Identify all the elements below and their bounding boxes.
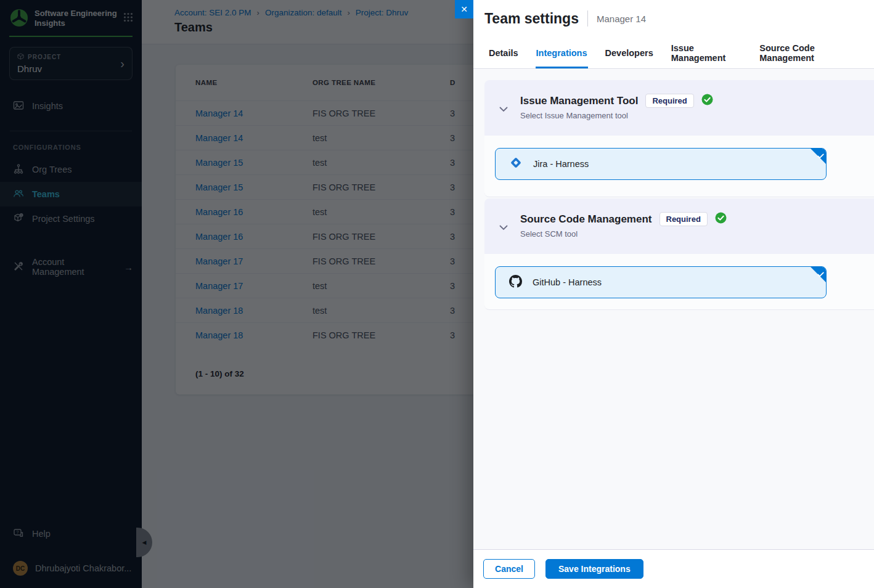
issue-panel-body: Jira - Harness [484,136,874,197]
required-badge: Required [645,94,693,108]
close-button[interactable]: ✕ [455,0,473,18]
scm-panel-subtitle: Select SCM tool [520,229,874,239]
issue-panel-subtitle: Select Issue Management tool [520,111,874,120]
chevron-down-icon[interactable] [499,104,508,115]
tab-issue-management[interactable]: Issue Management [671,37,743,68]
tab-source-code-management[interactable]: Source Code Management [759,37,859,68]
drawer-header: Team settings Manager 14 [473,0,874,37]
jira-integration-card[interactable]: Jira - Harness [495,148,827,180]
required-badge: Required [660,212,708,226]
issue-panel-header[interactable]: Issue Management Tool Required Select Is… [484,80,874,136]
issue-panel-title: Issue Management Tool [520,95,638,107]
title-divider [587,10,588,27]
scm-panel-body: GitHub - Harness [484,254,874,310]
issue-management-panel: Issue Management Tool Required Select Is… [484,80,874,197]
check-circle-icon [701,94,713,108]
tab-integrations[interactable]: Integrations [536,37,588,68]
check-circle-icon [715,212,727,226]
cancel-button[interactable]: Cancel [483,559,535,579]
github-card-label: GitHub - Harness [533,277,602,287]
drawer-title: Team settings [484,10,579,27]
github-integration-card[interactable]: GitHub - Harness [495,266,827,298]
save-integrations-button[interactable]: Save Integrations [545,559,643,579]
drawer-subtitle: Manager 14 [597,14,646,24]
modal-scrim[interactable] [0,0,473,588]
github-icon [509,275,522,290]
selected-check-icon [817,150,824,161]
scm-panel: Source Code Management Required Select S… [484,198,874,310]
drawer-tabbar: Details Integrations Developers Issue Ma… [473,37,874,69]
scm-panel-header[interactable]: Source Code Management Required Select S… [484,198,874,254]
team-settings-drawer: ✕ Team settings Manager 14 Details Integ… [473,0,874,588]
issue-panel-title-row: Issue Management Tool Required [520,94,874,108]
tab-developers[interactable]: Developers [605,37,654,68]
chevron-down-icon[interactable] [499,222,508,233]
jira-card-label: Jira - Harness [533,159,589,169]
tab-details[interactable]: Details [488,37,519,68]
selected-check-icon [817,269,824,280]
jira-icon [509,156,523,172]
scm-panel-title-row: Source Code Management Required [520,212,874,226]
scm-panel-title: Source Code Management [520,213,652,226]
app-window: Software Engineering Insights PROJECT [0,0,874,588]
close-icon: ✕ [460,4,468,14]
drawer-content: Issue Management Tool Required Select Is… [473,70,874,549]
drawer-footer: Cancel Save Integrations [473,549,874,588]
